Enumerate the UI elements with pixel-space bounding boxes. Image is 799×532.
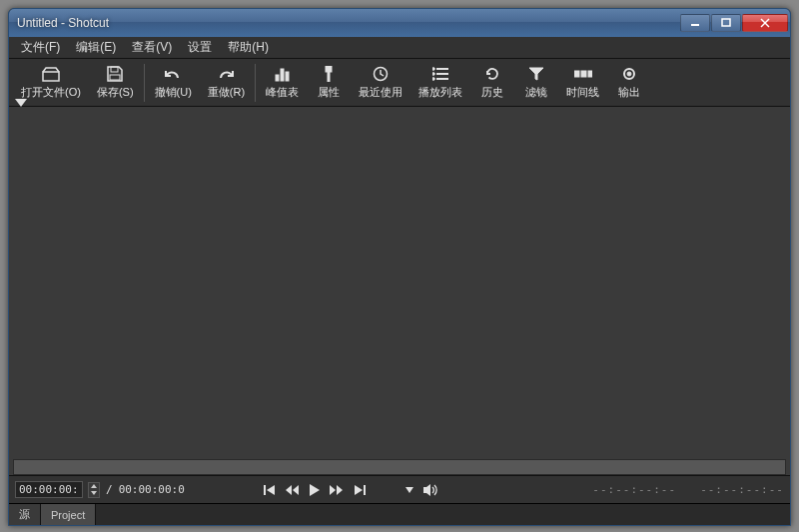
timecode-display: --:--:--:-- --:--:--:-- [592,483,784,496]
zoom-dropdown[interactable] [405,487,413,493]
menu-file[interactable]: 文件(F) [13,37,68,58]
playback-controls [264,483,439,497]
menubar: 文件(F) 编辑(E) 查看(V) 设置 帮助(H) [9,37,790,59]
svg-rect-9 [286,72,289,81]
toolbar: 打开文件(O) 保存(S) 撤销(U) 重做(R) 峰值表 [9,59,790,107]
peak-meter-label: 峰值表 [266,85,299,100]
timeline-label: 时间线 [566,85,599,100]
svg-rect-7 [276,75,279,81]
svg-rect-1 [722,19,730,26]
spinner-up-icon[interactable] [89,483,99,490]
svg-rect-11 [328,72,330,82]
menu-help[interactable]: 帮助(H) [220,37,277,58]
maximize-button[interactable] [711,14,741,32]
redo-icon [217,65,235,83]
timeline-button[interactable]: 时间线 [558,63,607,102]
transport-bar: / 00:00:00:0 --:--:--:-- --:--:--:-- [9,475,790,503]
properties-button[interactable]: 属性 [307,63,351,102]
recent-button[interactable]: 最近使用 [351,63,410,102]
svg-rect-19 [574,71,579,77]
redo-label: 重做(R) [208,85,245,100]
svg-rect-10 [326,66,332,72]
toolbar-separator [255,64,256,102]
timeline-icon [574,65,592,83]
svg-rect-20 [581,71,586,77]
tab-project[interactable]: Project [41,504,96,525]
export-label: 输出 [618,85,640,100]
bottom-tabs: 源 Project [9,503,790,525]
menu-settings[interactable]: 设置 [180,37,220,58]
recent-icon [373,65,389,83]
out-point-tc: --:--:--:-- [700,483,784,496]
spinner-down-icon[interactable] [89,490,99,497]
undo-label: 撤销(U) [155,85,192,100]
properties-label: 属性 [318,85,340,100]
play-button[interactable] [310,484,320,496]
in-point-tc: --:--:--:-- [592,483,676,496]
peak-meter-icon [275,65,291,83]
properties-icon [322,65,336,83]
svg-rect-4 [43,72,59,81]
recent-label: 最近使用 [359,85,402,100]
undo-icon [164,65,182,83]
export-button[interactable]: 输出 [607,63,651,102]
scrub-bar[interactable] [13,459,786,475]
svg-point-16 [432,68,434,71]
time-separator: / [106,483,113,496]
export-icon [621,65,637,83]
close-button[interactable] [742,14,788,32]
playhead-marker-icon[interactable] [15,99,27,107]
minimize-button[interactable] [680,14,710,32]
history-button[interactable]: 历史 [470,63,514,102]
svg-point-17 [432,73,434,76]
preview-area[interactable] [9,107,790,475]
menu-edit[interactable]: 编辑(E) [68,37,124,58]
history-label: 历史 [481,85,503,100]
volume-button[interactable] [423,483,439,497]
current-time-input[interactable] [15,481,83,498]
undo-button[interactable]: 撤销(U) [147,63,200,102]
total-time: 00:00:00:0 [119,483,185,496]
open-file-label: 打开文件(O) [21,85,81,100]
open-file-icon [42,65,60,83]
app-window: Untitled - Shotcut 文件(F) 编辑(E) 查看(V) 设置 … [8,8,791,526]
redo-button[interactable]: 重做(R) [200,63,253,102]
svg-point-23 [627,72,631,76]
peak-meter-button[interactable]: 峰值表 [258,63,307,102]
open-file-button[interactable]: 打开文件(O) [13,63,89,102]
filters-label: 滤镜 [525,85,547,100]
playlist-label: 播放列表 [418,85,462,100]
rewind-button[interactable] [286,484,300,496]
svg-point-18 [432,78,434,81]
titlebar[interactable]: Untitled - Shotcut [9,9,790,37]
skip-end-button[interactable] [354,484,366,496]
window-controls [680,14,788,32]
svg-rect-24 [264,485,266,495]
menu-view[interactable]: 查看(V) [124,37,180,58]
playlist-button[interactable]: 播放列表 [410,63,470,102]
playlist-icon [432,65,448,83]
svg-rect-25 [364,485,366,495]
save-icon [107,65,123,83]
svg-rect-21 [588,71,592,77]
window-title: Untitled - Shotcut [17,16,680,30]
tab-source[interactable]: 源 [9,504,41,525]
svg-rect-8 [281,69,284,81]
time-spinner[interactable] [88,482,100,498]
save-label: 保存(S) [97,85,134,100]
filters-button[interactable]: 滤镜 [514,63,558,102]
fast-forward-button[interactable] [330,484,344,496]
skip-start-button[interactable] [264,484,276,496]
filters-icon [528,65,544,83]
save-button[interactable]: 保存(S) [89,63,142,102]
svg-rect-6 [110,75,120,80]
toolbar-separator [144,64,145,102]
history-icon [484,65,500,83]
